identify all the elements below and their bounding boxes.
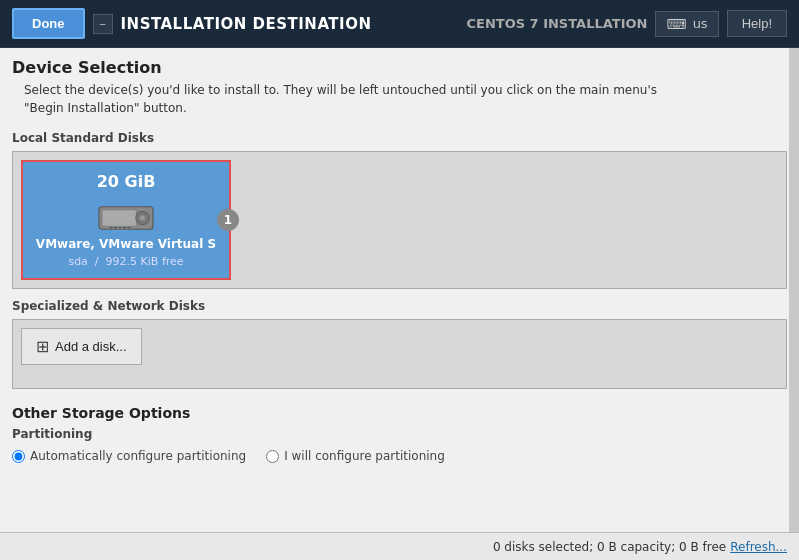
header-title: INSTALLATION DESTINATION (121, 15, 372, 33)
other-storage: Other Storage Options Partitioning Autom… (0, 399, 799, 471)
local-disks-label: Local Standard Disks (0, 127, 799, 151)
centos-label: CENTOS 7 INSTALLATION (466, 16, 647, 31)
section-title: Device Selection (0, 48, 799, 81)
specialized-label: Specialized & Network Disks (12, 299, 787, 313)
svg-rect-9 (128, 227, 131, 229)
keyboard-icon: ⌨ (666, 16, 686, 32)
auto-partitioning-radio[interactable] (12, 450, 25, 463)
svg-rect-6 (114, 227, 117, 229)
minimize-button[interactable]: – (93, 14, 113, 34)
disk-name: VMware, VMware Virtual S (36, 237, 216, 251)
refresh-link[interactable]: Refresh... (730, 540, 787, 554)
description-line1: Select the device(s) you'd like to insta… (24, 83, 657, 97)
main-content: Device Selection Select the device(s) yo… (0, 48, 799, 533)
done-button[interactable]: Done (12, 8, 85, 39)
help-button[interactable]: Help! (727, 10, 787, 37)
disk-container: 20 GiB VMware, VMware Virtual S (12, 151, 787, 289)
disk-info: sda / 992.5 KiB free (68, 255, 183, 268)
svg-rect-5 (110, 227, 113, 229)
radio-row: Automatically configure partitioning I w… (12, 447, 787, 465)
header-left: Done – INSTALLATION DESTINATION (12, 8, 371, 39)
lang-selector[interactable]: ⌨ us (655, 11, 718, 37)
svg-point-3 (140, 215, 146, 221)
header-right: CENTOS 7 INSTALLATION ⌨ us Help! (466, 10, 787, 37)
section-description: Select the device(s) you'd like to insta… (0, 81, 799, 127)
add-disk-button[interactable]: ⊞ Add a disk... (21, 328, 142, 365)
lang-text: us (693, 16, 708, 31)
manual-partitioning-radio[interactable] (266, 450, 279, 463)
description-line2: "Begin Installation" button. (24, 101, 187, 115)
other-storage-title: Other Storage Options (12, 405, 787, 421)
auto-partitioning-option[interactable]: Automatically configure partitioning (12, 449, 246, 463)
specialized-section: Specialized & Network Disks ⊞ Add a disk… (0, 299, 799, 399)
svg-rect-7 (119, 227, 122, 229)
status-text: 0 disks selected; 0 B capacity; 0 B free (493, 540, 726, 554)
partitioning-label: Partitioning (12, 427, 787, 441)
disk-path: sda (68, 255, 87, 268)
scrollbar[interactable] (789, 48, 799, 533)
disk-item[interactable]: 20 GiB VMware, VMware Virtual S (21, 160, 231, 280)
add-disk-label: Add a disk... (55, 339, 127, 354)
svg-rect-8 (123, 227, 126, 229)
auto-partitioning-label: Automatically configure partitioning (30, 449, 246, 463)
status-bar: 0 disks selected; 0 B capacity; 0 B free… (0, 532, 799, 560)
hdd-icon (96, 199, 156, 237)
add-disk-icon: ⊞ (36, 337, 49, 356)
disk-badge: 1 (217, 209, 239, 231)
header: Done – INSTALLATION DESTINATION CENTOS 7… (0, 0, 799, 48)
disk-size: 20 GiB (97, 172, 156, 191)
disk-free: 992.5 KiB free (106, 255, 184, 268)
manual-partitioning-option[interactable]: I will configure partitioning (266, 449, 445, 463)
specialized-container: ⊞ Add a disk... (12, 319, 787, 389)
svg-rect-1 (102, 210, 137, 227)
manual-partitioning-label: I will configure partitioning (284, 449, 445, 463)
